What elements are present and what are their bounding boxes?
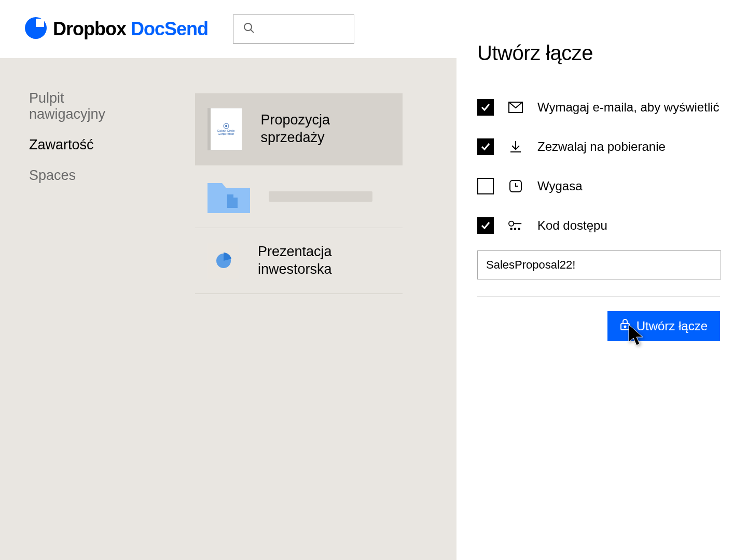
option-label: Zezwalaj na pobieranie: [537, 139, 666, 154]
search-input[interactable]: [233, 15, 354, 44]
dropbox-logo-icon: [25, 17, 47, 41]
option-label: Wymagaj e-maila, aby wyświetlić: [537, 100, 720, 115]
panel-actions: Utwórz łącze: [477, 311, 720, 341]
option-label: Wygasa: [537, 179, 582, 193]
passcode-field-wrap: [477, 250, 721, 279]
option-allow-download: Zezwalaj na pobieranie: [477, 127, 720, 166]
checkbox-passcode[interactable]: [477, 217, 494, 234]
logo[interactable]: Dropbox DocSend: [25, 17, 208, 41]
mail-icon: [508, 100, 523, 115]
content-row[interactable]: [195, 165, 403, 228]
option-require-email: Wymagaj e-maila, aby wyświetlić: [477, 88, 720, 127]
sidebar: Pulpit nawigacyjny Zawartość Spaces: [0, 58, 169, 560]
sidebar-item-spaces[interactable]: Spaces: [29, 160, 140, 191]
clock-icon: [508, 179, 523, 193]
checkbox-expires[interactable]: [477, 178, 494, 194]
search-icon: [243, 22, 255, 36]
sidebar-item-content[interactable]: Zawartość: [29, 130, 140, 160]
content-title-placeholder: [269, 191, 372, 202]
svg-point-16: [624, 326, 626, 328]
download-icon: [508, 139, 523, 154]
chart-icon: [208, 243, 239, 279]
svg-rect-6: [227, 198, 238, 208]
folder-icon: [208, 180, 250, 213]
option-expires: Wygasa: [477, 166, 720, 206]
svg-point-2: [244, 23, 252, 31]
document-thumbnail: Cobalt Circle Corporation: [208, 108, 242, 150]
svg-line-3: [251, 30, 254, 33]
key-icon: [508, 218, 523, 233]
create-link-button[interactable]: Utwórz łącze: [607, 311, 720, 341]
option-label: Kod dostępu: [537, 218, 607, 233]
passcode-input[interactable]: [477, 250, 721, 279]
checkbox-require-email[interactable]: [477, 99, 494, 116]
option-passcode: Kod dostępu: [477, 206, 720, 245]
svg-rect-7: [227, 194, 233, 198]
svg-point-13: [515, 228, 516, 230]
svg-point-11: [509, 221, 514, 226]
svg-point-14: [518, 228, 520, 230]
sidebar-item-dashboard[interactable]: Pulpit nawigacyjny: [29, 83, 140, 130]
svg-point-5: [225, 125, 227, 127]
create-link-panel: Utwórz łącze Wymagaj e-maila, aby wyświe…: [457, 0, 747, 560]
content-row[interactable]: Cobalt Circle Corporation Propozycja spr…: [195, 93, 403, 165]
panel-title: Utwórz łącze: [477, 41, 720, 65]
logo-text: Dropbox DocSend: [53, 18, 208, 40]
content-title: Prezentacja inwestorska: [258, 243, 390, 278]
content-row[interactable]: Prezentacja inwestorska: [195, 228, 403, 294]
lock-icon: [620, 318, 630, 334]
button-label: Utwórz łącze: [637, 319, 708, 333]
svg-point-12: [510, 228, 512, 230]
divider: [477, 296, 720, 297]
checkbox-allow-download[interactable]: [477, 138, 494, 155]
content-title: Propozycja sprzedaży: [261, 111, 390, 147]
svg-rect-1: [36, 19, 44, 27]
